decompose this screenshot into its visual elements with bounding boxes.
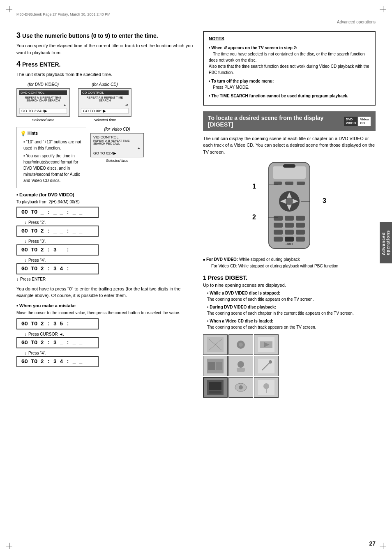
mistake-press-1: Press CURSOR ◄. <box>25 332 193 336</box>
file-ref: M50-ENG.book Page 27 Friday, March 30, 2… <box>16 12 376 16</box>
remote-svg: JVC <box>256 160 322 251</box>
svg-rect-20 <box>296 230 305 235</box>
svg-rect-2 <box>283 164 295 168</box>
svg-rect-5 <box>297 182 305 185</box>
svg-point-36 <box>239 343 243 347</box>
video-screen-label: (for Video CD) <box>104 127 130 131</box>
digest-bullet-3: When a Video CD disc is loaded: The open… <box>207 318 376 330</box>
step3-body: You can specify the elapsed time of the … <box>16 42 193 56</box>
svg-rect-17 <box>296 223 305 228</box>
press-digest-header: 1 Press DIGEST. <box>203 274 376 281</box>
thumb-9 <box>254 377 279 398</box>
cd-cursor: ↵ <box>81 103 129 107</box>
svg-point-11 <box>286 198 293 205</box>
notes-item-1-bold: When ↺ appears on the TV screen in step … <box>211 46 297 50</box>
badge-cd: VideoCD <box>358 117 371 126</box>
hints-item-1: "10" and "+10" buttons are not used in t… <box>23 139 83 151</box>
thumb-6 <box>254 356 279 376</box>
svg-rect-51 <box>209 391 221 394</box>
screen-examples-row: (for DVD VIDEO) DVD CONTROL REPEAT A-B R… <box>16 82 193 122</box>
mistake-body: Move the cursor to the incorrect value, … <box>16 310 193 316</box>
dvd-goto-row: GO TO 2:34:1▶ <box>19 108 67 114</box>
mistake-press-2: Press "4". <box>25 351 193 355</box>
example-note: You do not have to press "0" to enter th… <box>16 286 193 299</box>
digest-bullet-1-sub: The opening scene of each title appears … <box>207 297 314 302</box>
digest-badges: DVDVIDEO VideoCD <box>344 117 371 126</box>
goto-sequence-example: GO TO _ : _ _ : _ _ Press "2". GO TO 2 :… <box>16 207 193 281</box>
vid-bar-items: REPEAT A-B REPEAT TIME SEARCH PBC CALL <box>93 139 141 145</box>
digest-bullet-2: During DVD VIDEO disc playback: The open… <box>207 304 376 316</box>
cd-goto-row: GO TO 00:1▶ <box>81 108 129 114</box>
thumbnail-grid <box>203 334 376 398</box>
svg-rect-16 <box>285 223 294 228</box>
remote-area: 1 2 3 <box>203 160 376 251</box>
svg-rect-13 <box>285 216 294 221</box>
vid-control-bar: VID CONTROL <box>93 135 141 139</box>
digest-body: The unit can display the opening scene o… <box>203 135 376 156</box>
notes-item-1-sub: The time you have selected is not contai… <box>209 52 369 75</box>
thumb-7 <box>203 377 228 398</box>
svg-rect-15 <box>274 223 283 228</box>
svg-rect-18 <box>274 230 283 235</box>
notes-item-2-bold: To turn off the play mode menu: <box>211 79 274 83</box>
page-number: 27 <box>369 540 376 547</box>
svg-rect-42 <box>216 362 222 370</box>
press-label-1: Press "2". <box>25 220 193 225</box>
step4-number: 4 <box>16 60 21 68</box>
svg-rect-50 <box>209 382 221 390</box>
step4-header: 4Press ENTER. <box>16 60 193 69</box>
svg-rect-41 <box>208 362 215 370</box>
notes-item-2-sub: Press PLAY MODE. <box>209 85 249 90</box>
digest-bullet-3-sub: The opening scene of each track appears … <box>207 325 316 329</box>
notes-list: When ↺ appears on the TV screen in step … <box>209 45 370 99</box>
step3-title: Use the numeric buttons (0 to 9) to ente… <box>22 32 158 39</box>
svg-point-44 <box>238 361 244 368</box>
vid-cursor: ↵ <box>93 146 141 150</box>
video-screen-box: VID CONTROL REPEAT A-B REPEAT TIME SEARC… <box>90 133 144 157</box>
notes-item-3-bold: The TIME SEARCH function cannot be used … <box>211 94 348 98</box>
digest-header: To locate a desired scene from the displ… <box>203 111 376 131</box>
thumb-4 <box>203 356 228 376</box>
mistake-box-3: GO TO 2 : 3 4 : _ _ <box>16 356 99 367</box>
press-label-2: Press "3". <box>25 239 193 244</box>
mistake-box-2: GO TO 2 : 3 _ : _ _ <box>16 337 99 348</box>
notes-item-3: The TIME SEARCH function cannot be used … <box>209 93 370 99</box>
example-title: • Example (for DVD VIDEO) <box>16 192 193 197</box>
playback-info: ■ For DVD VIDEO: While stopped or during… <box>203 256 376 269</box>
goto-step-2: GO TO 2 : _ _ : _ _ <box>16 226 193 237</box>
digest-bullet-1: While a DVD VIDEO disc is stopped: The o… <box>207 290 376 302</box>
step3-number: 3 <box>16 31 21 39</box>
video-screen-caption: Selected time <box>106 159 129 163</box>
step4-body: The unit starts playback from the specif… <box>16 71 193 78</box>
mistake-step-1: GO TO 2 : 3 5 : _ _ <box>16 318 193 330</box>
digest-title: To locate a desired scene from the displ… <box>208 115 344 128</box>
hints-title: 💡 Hints <box>20 130 83 137</box>
section-title: Advanced operations <box>16 20 376 26</box>
goto-step-4: GO TO 2 : 3 4 : _ _ <box>16 263 193 275</box>
svg-rect-21 <box>274 237 283 242</box>
notes-box: NOTES When ↺ appears on the TV screen in… <box>203 31 376 106</box>
sidebar-tab: Advanced operations <box>380 222 392 263</box>
thumb-3 <box>254 334 279 355</box>
mistake-section: • When you make a mistake Move the curso… <box>16 303 193 368</box>
notes-item-2: To turn off the play mode menu: Press PL… <box>209 78 370 90</box>
dvd-bar-items: REPEAT A-B REPEAT TIME SEARCH CHAP SEARC… <box>19 96 67 102</box>
vcd-for-label: For Video CD: <box>203 264 237 268</box>
step4-title: Press ENTER. <box>22 61 60 68</box>
thumb-8 <box>228 377 253 398</box>
hints-item-2: You can specify the time in hour/minute/… <box>23 153 83 184</box>
badge-dvd: DVDVIDEO <box>344 117 357 126</box>
svg-point-48 <box>269 360 272 364</box>
goto-box-3: GO TO 2 : 3 _ : _ _ <box>16 244 99 256</box>
dvd-screen-example: (for DVD VIDEO) DVD CONTROL REPEAT A-B R… <box>16 82 70 122</box>
svg-rect-45 <box>237 368 245 372</box>
svg-rect-19 <box>285 230 294 235</box>
mistake-box-1: GO TO 2 : 3 5 : _ _ <box>16 318 99 329</box>
digest-bullet-1-bold: While a DVD VIDEO disc is stopped: <box>210 291 280 295</box>
hints-icon: 💡 <box>20 130 26 137</box>
thumb-2 <box>228 334 253 355</box>
audio-screen-label: (for Audio CD) <box>78 82 131 87</box>
svg-rect-1 <box>273 166 306 179</box>
svg-point-54 <box>239 385 243 389</box>
dvd-screen-box: DVD CONTROL REPEAT A-B REPEAT TIME SEARC… <box>16 88 70 117</box>
